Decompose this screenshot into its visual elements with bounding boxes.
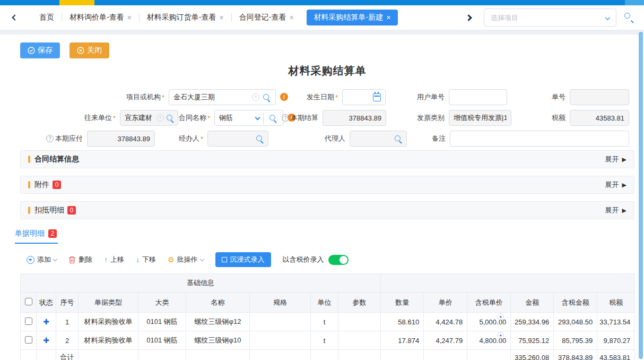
seq-cell: 2 (56, 331, 79, 350)
user-doc-no-field[interactable] (449, 89, 507, 105)
chevron-left-icon[interactable] (12, 14, 18, 20)
tax-price-toggle[interactable] (328, 255, 349, 265)
project-input[interactable] (169, 90, 275, 105)
select-all-header (21, 293, 37, 313)
tax-cell: 9,870.27 (597, 331, 635, 350)
doc-no-field (570, 89, 629, 105)
close-button[interactable]: 关闭 (69, 42, 109, 58)
status-cell: ✚ (37, 313, 56, 331)
expand-control[interactable]: 展开 ▶ (605, 205, 626, 215)
spec-cell (250, 313, 311, 331)
move-up-button[interactable]: ↑ 上移 (104, 255, 124, 264)
toggle-label: 以含税价录入 (283, 255, 324, 264)
header-form: 项目或机构* × i 发生日期* 用户单号 单号 往来单位* (20, 85, 629, 150)
check-circle-icon (28, 47, 35, 54)
project-field[interactable]: × (169, 89, 276, 105)
col-category: 大类 (138, 293, 186, 313)
section-deduction-detail[interactable]: 扣抵明细 0 展开 ▶ (20, 201, 634, 219)
amount-cell: 75,925.12 (511, 331, 554, 350)
count-badge: 0 (53, 181, 61, 189)
project-select-input[interactable] (491, 14, 600, 22)
param-cell (338, 313, 381, 331)
current-payable-label: ? 本期应付 (20, 131, 83, 147)
remark-field[interactable] (450, 131, 629, 147)
agent-field[interactable] (350, 131, 407, 147)
row-select-cell (21, 313, 37, 331)
expand-control[interactable]: 展开 ▶ (605, 155, 626, 164)
brackets-icon (222, 256, 227, 264)
tax-price-toggle-group: 以含税价录入 (283, 255, 349, 265)
row-checkbox[interactable] (25, 336, 32, 344)
plus-status-icon[interactable]: ✚ (43, 318, 49, 326)
section-title: 附件 (34, 180, 49, 190)
clear-icon[interactable]: × (252, 93, 259, 101)
tax-amount-label: 税额 (540, 110, 565, 126)
tax-amount-input (570, 110, 629, 125)
tab-detail-lines[interactable]: 单据明细 2 (15, 229, 58, 244)
tab-contract-register[interactable]: 合同登记-查看 × (232, 10, 301, 25)
current-settlement-label: ? 本期结算 (254, 110, 318, 126)
col-tax: 税额 (597, 293, 635, 313)
close-icon[interactable]: × (220, 14, 224, 21)
section-contract-settlement[interactable]: 合同结算信息 展开 ▶ (20, 150, 634, 168)
batch-ops-button[interactable]: ⚙ 批操作 (168, 255, 204, 264)
handler-label: 经办人* (169, 131, 203, 147)
gear-icon: ⚙ (168, 255, 175, 264)
save-button[interactable]: 保存 (20, 42, 60, 58)
current-payable-input (88, 131, 154, 146)
col-unit: 单位 (311, 293, 338, 313)
tab-purchase-order[interactable]: 材料采购订货单-查看 × (140, 10, 231, 25)
select-all-checkbox[interactable] (25, 298, 32, 305)
close-icon[interactable]: × (127, 14, 132, 21)
total-row: 合计 335,260.08 378,843.89 43,583.81 (21, 350, 635, 360)
contract-name-label: 合同名称* (147, 110, 210, 126)
plus-status-icon[interactable]: ✚ (43, 336, 49, 345)
invoice-type-input (449, 110, 511, 125)
price-cell: 4,424.78 (424, 313, 467, 331)
search-icon[interactable] (624, 12, 634, 23)
remark-input[interactable] (450, 131, 629, 146)
expand-control[interactable]: 展开 ▶ (605, 180, 626, 190)
action-toolbar: 保存 关闭 (20, 42, 634, 58)
page-title: 材料采购结算单 (20, 64, 634, 78)
tab-label: 合同登记-查看 (239, 13, 286, 22)
qty-cell: 58.610 (381, 313, 424, 331)
col-price: 单价 (424, 293, 467, 313)
immersive-entry-button[interactable]: 沉浸式录入 (215, 252, 271, 267)
user-doc-no-input[interactable] (449, 90, 507, 105)
tab-settlement-new-active[interactable]: 材料采购结算单-新建 × (307, 10, 398, 25)
doc-type-cell: 材料采购验收单 (79, 331, 138, 350)
delete-button[interactable]: 删除 (68, 255, 92, 264)
add-button[interactable]: 添加 (27, 255, 57, 264)
tax-price-cell[interactable]: 5,000.00 ★ (467, 313, 511, 331)
row-checkbox[interactable] (25, 318, 32, 325)
detail-tab-label: 单据明细 (15, 229, 45, 238)
project-select[interactable] (484, 8, 616, 27)
tab-home[interactable]: 首页 (32, 10, 62, 25)
active-menu-underline (59, 0, 94, 5)
qty-cell: 17.874 (381, 331, 424, 350)
vertical-scrollbar[interactable] (639, 32, 643, 359)
tab-material-inquiry[interactable]: 材料询价单-查看 × (62, 10, 139, 25)
search-icon[interactable] (256, 135, 264, 143)
content-divider (0, 30, 644, 35)
caret-right-icon: ▶ (622, 182, 626, 188)
col-amount: 金额 (511, 293, 554, 313)
section-attachments[interactable]: 附件 0 展开 ▶ (20, 176, 634, 194)
move-down-button[interactable]: ↓ 下移 (136, 255, 156, 264)
calendar-icon[interactable] (373, 93, 381, 101)
group-header-basic-info: 基础信息 (21, 274, 381, 293)
doc-type-cell: 材料采购验收单 (79, 313, 138, 331)
handler-field[interactable] (207, 131, 268, 147)
unit-cell: t (311, 331, 338, 350)
occur-date-field[interactable] (342, 89, 386, 105)
question-icon[interactable]: ? (282, 114, 289, 122)
amount-tax-cell: 85,795.39 (554, 331, 597, 350)
search-icon[interactable] (394, 135, 403, 143)
tax-price-cell[interactable]: 4,800.00 ★ (467, 331, 511, 350)
chevron-right-icon[interactable] (465, 14, 472, 21)
question-icon[interactable]: ? (46, 135, 54, 142)
close-icon[interactable]: × (289, 14, 293, 21)
top-chrome-strip (0, 0, 644, 5)
close-icon[interactable]: × (386, 14, 390, 21)
